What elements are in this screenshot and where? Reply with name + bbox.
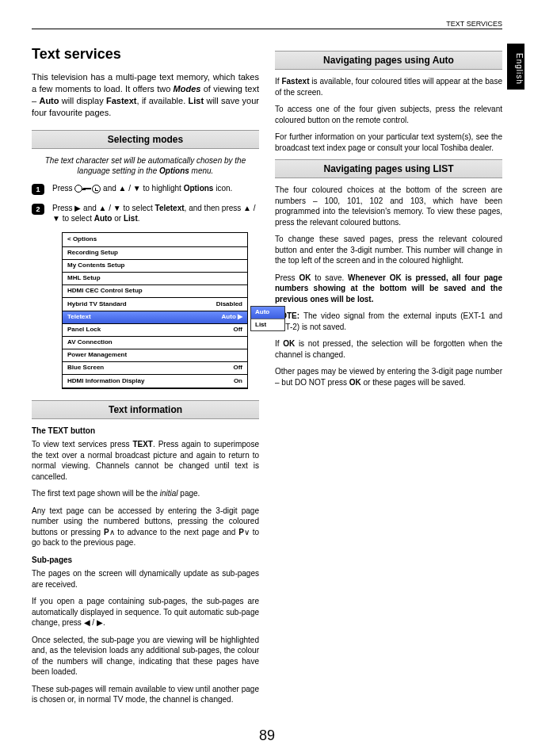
- menu-row-hdmi-info: HDMI Information DisplayOn: [63, 375, 247, 388]
- text-info-p5: If you open a page containing sub-pages,…: [32, 596, 259, 628]
- step-2: 2 Press ▶ and ▲ / ▼ to select Teletext, …: [32, 203, 259, 224]
- left-column: Text services This television has a mult…: [32, 44, 259, 712]
- nav-auto-p1: If Fastext is available, four coloured t…: [275, 76, 502, 97]
- section-selecting-modes: Selecting modes: [32, 130, 259, 149]
- menu-row-hybrid: Hybrid TV StandardDisabled: [63, 298, 247, 311]
- options-menu-screenshot: < Options Recording Setup My Contents Se…: [62, 232, 248, 389]
- subpages-heading: Sub-pages: [32, 555, 259, 566]
- selecting-modes-note: The text character set will be automatic…: [32, 155, 259, 177]
- step-2-text: Press ▶ and ▲ / ▼ to select Teletext, an…: [52, 203, 259, 224]
- step-badge-1: 1: [32, 184, 44, 195]
- menu-row-av: AV Connection: [63, 337, 247, 349]
- nav-list-p2: To change these saved pages, press the r…: [275, 234, 502, 266]
- menu-row-contents: My Contents Setup: [63, 260, 247, 273]
- language-tab: English: [507, 44, 524, 90]
- nav-list-p3: Press OK to save. Whenever OK is pressed…: [275, 273, 502, 305]
- page-title: Text services: [32, 44, 259, 63]
- intro-paragraph: This television has a multi-page text me…: [32, 71, 259, 118]
- step-1: 1 Press and ▲ / ▼ to highlight Options i…: [32, 183, 259, 195]
- nav-list-p6: Other pages may be viewed by entering th…: [275, 366, 502, 388]
- text-info-p1: To view text services press TEXT. Press …: [32, 439, 259, 482]
- text-info-p6: Once selected, the sub-page you are view…: [32, 635, 259, 678]
- step-badge-2: 2: [32, 204, 44, 215]
- menu-row-blue: Blue ScreenOff: [63, 362, 247, 375]
- menu-row-recording: Recording Setup: [63, 247, 247, 260]
- menu-row-mhl: MHL Setup: [63, 273, 247, 285]
- text-info-p2: The first text page shown will be the in…: [32, 488, 259, 499]
- nav-list-p5: If OK is not pressed, the selection will…: [275, 338, 502, 360]
- running-header: TEXT SERVICES: [446, 19, 502, 29]
- popup-list: List: [251, 319, 284, 331]
- quick-icon: [74, 185, 82, 193]
- page-number: 89: [0, 726, 534, 745]
- step-1-text: Press and ▲ / ▼ to highlight Options ico…: [52, 183, 259, 194]
- right-column: Navigating pages using Auto If Fastext i…: [275, 44, 502, 712]
- menu-title: < Options: [63, 233, 247, 247]
- section-nav-auto: Navigating pages using Auto: [275, 51, 502, 70]
- teletext-popup: Auto List: [250, 306, 285, 332]
- text-button-heading: The TEXT button: [32, 426, 259, 437]
- nav-list-p1: The four coloured choices at the bottom …: [275, 185, 502, 227]
- menu-row-power: Power Management: [63, 349, 247, 362]
- text-info-p3: Any text page can be accessed by enterin…: [32, 506, 259, 548]
- nav-auto-p3: For further information on your particul…: [275, 132, 502, 153]
- two-column-layout: Text services This television has a mult…: [32, 44, 502, 712]
- text-info-p4: The pages on the screen will dynamically…: [32, 568, 259, 590]
- return-icon: [92, 185, 101, 193]
- nav-list-p4: NOTE: The video signal from the external…: [275, 311, 502, 332]
- text-info-p7: These sub-pages will remain available to…: [32, 684, 259, 705]
- popup-auto: Auto: [251, 307, 284, 319]
- menu-row-teletext: TeletextAuto ▶: [63, 311, 247, 324]
- menu-row-panel-lock: Panel LockOff: [63, 324, 247, 337]
- header-rule: [32, 29, 502, 29]
- section-nav-list: Navigating pages using LIST: [275, 159, 502, 178]
- section-text-information: Text information: [32, 400, 259, 419]
- menu-row-hdmi-cec: HDMI CEC Control Setup: [63, 285, 247, 298]
- nav-auto-p2: To access one of the four given subjects…: [275, 104, 502, 125]
